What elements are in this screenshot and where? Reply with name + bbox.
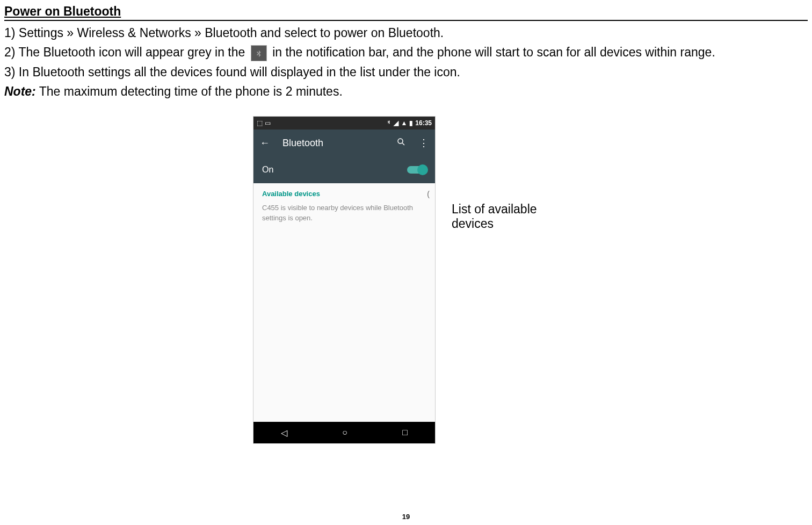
- available-devices-label: Available devices: [253, 183, 435, 201]
- toolbar-title: Bluetooth: [282, 138, 383, 149]
- toggle-switch[interactable]: [407, 166, 426, 174]
- step-2: 2) The Bluetooth icon will appear grey i…: [4, 44, 808, 61]
- phone-screenshot: ⬚ ▭ ◢ ▲ ▮ 16:35 ← Bluetooth ⋮ On: [253, 116, 436, 444]
- recent-nav-icon[interactable]: □: [402, 428, 408, 437]
- back-nav-icon[interactable]: ◁: [281, 428, 287, 438]
- status-left: ⬚ ▭: [257, 119, 271, 127]
- section-heading: Power on Bluetooth: [4, 4, 808, 21]
- visibility-info: C455 is visible to nearby devices while …: [253, 201, 435, 225]
- back-icon[interactable]: ←: [260, 138, 270, 149]
- debug-icon: ▭: [265, 119, 271, 127]
- status-time: 16:35: [415, 119, 432, 127]
- battery-icon: ▮: [409, 119, 413, 127]
- note-text: The maximum detecting time of the phone …: [36, 84, 343, 98]
- wifi-icon: ◢: [394, 119, 398, 127]
- step-2-text-after: in the notification bar, and the phone w…: [272, 45, 715, 59]
- bluetooth-status-icon: [386, 119, 392, 127]
- signal-icon: ▲: [401, 119, 407, 127]
- svg-line-1: [402, 143, 404, 145]
- status-right: ◢ ▲ ▮ 16:35: [386, 119, 432, 127]
- bluetooth-icon: [251, 45, 267, 61]
- nav-bar: ◁ ○ □: [253, 422, 435, 443]
- callout-label: List of available devices: [452, 202, 559, 231]
- overflow-icon[interactable]: ⋮: [419, 137, 429, 149]
- page-number: 19: [402, 513, 410, 521]
- refresh-icon: (: [427, 190, 430, 198]
- usb-icon: ⬚: [257, 119, 263, 127]
- content-area: Available devices ( C455 is visible to n…: [253, 183, 435, 443]
- status-bar: ⬚ ▭ ◢ ▲ ▮ 16:35: [253, 117, 435, 130]
- svg-point-0: [398, 139, 403, 143]
- toolbar: ← Bluetooth ⋮: [253, 130, 435, 156]
- step-2-text-before: 2) The Bluetooth icon will appear grey i…: [4, 45, 249, 59]
- note-label: Note:: [4, 84, 36, 98]
- step-1: 1) Settings » Wireless & Networks » Blue…: [4, 24, 808, 41]
- step-3: 3) In Bluetooth settings all the devices…: [4, 63, 808, 81]
- note: Note: The maximum detecting time of the …: [4, 83, 808, 100]
- search-icon[interactable]: [396, 137, 406, 149]
- on-label: On: [262, 165, 273, 175]
- home-nav-icon[interactable]: ○: [342, 428, 347, 437]
- screenshot-container: ⬚ ▭ ◢ ▲ ▮ 16:35 ← Bluetooth ⋮ On: [4, 116, 808, 444]
- bluetooth-toggle-row[interactable]: On: [253, 156, 435, 183]
